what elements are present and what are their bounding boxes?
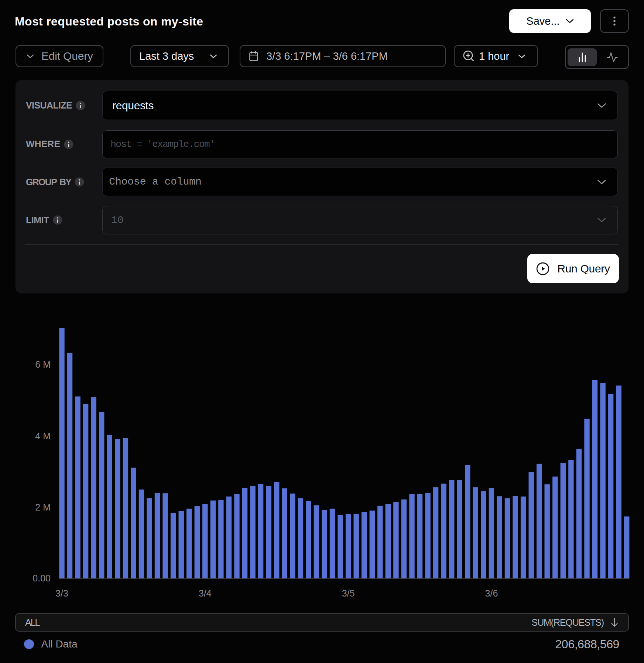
svg-text:4 M: 4 M [35,431,51,441]
svg-text:2 M: 2 M [35,502,51,512]
svg-text:3/5: 3/5 [342,588,355,598]
svg-text:0.00: 0.00 [32,573,51,583]
svg-text:6 M: 6 M [35,359,51,370]
svg-text:3/4: 3/4 [199,588,212,598]
svg-text:3/3: 3/3 [55,588,68,598]
svg-text:3/6: 3/6 [485,588,498,598]
